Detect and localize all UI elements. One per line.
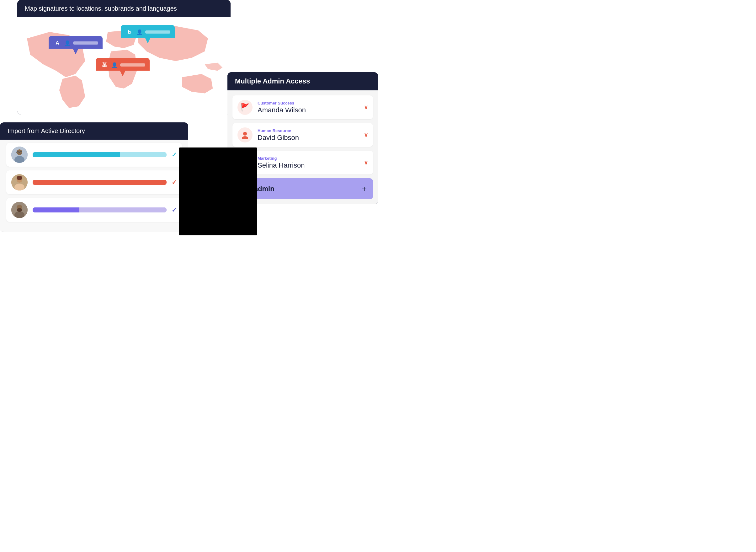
chevron-down-icon-amanda[interactable]: ∨	[364, 104, 368, 111]
admin-card-title: Multiple Admin Access	[227, 72, 378, 90]
import-row-3: ✓	[6, 198, 182, 222]
check-mark-2: ✓	[172, 178, 177, 186]
admin-dept-selina: Marketing	[257, 156, 359, 161]
import-card-title: Import from Active Directory	[0, 122, 188, 140]
map-card: Map signatures to locations, subbrands a…	[17, 0, 230, 115]
bubble-red-bar	[120, 63, 145, 66]
bubble-cyan-person-icon: 👤	[137, 29, 143, 35]
svg-point-15	[242, 136, 248, 139]
admin-row-amanda[interactable]: 🚩 Customer Success Amanda Wilson ∨	[232, 96, 373, 119]
avatar-woman1	[11, 174, 28, 190]
map-card-title: Map signatures to locations, subbrands a…	[17, 0, 230, 17]
bubble-red-letter: 葉	[100, 60, 109, 70]
admin-name-amanda: Amanda Wilson	[257, 106, 359, 114]
avatar-man1	[11, 147, 28, 163]
black-overlay	[179, 147, 257, 235]
man2-svg	[11, 202, 28, 218]
admin-dept-david: Human Resource	[257, 128, 359, 133]
bubble-cyan-letter: Ь	[125, 28, 134, 36]
chevron-down-icon-david[interactable]: ∨	[364, 132, 368, 138]
admin-text-david: Human Resource David Gibson	[257, 128, 359, 142]
admin-name-david: David Gibson	[257, 134, 359, 142]
check-mark-1: ✓	[172, 151, 177, 158]
svg-point-14	[243, 132, 247, 136]
bubble-blue-letter: A	[53, 39, 62, 47]
bar-cyan-rest	[120, 152, 167, 157]
import-row-2: ✓	[6, 170, 182, 194]
admin-text-selina: Marketing Selina Harrison	[257, 156, 359, 169]
bubble-cyan-bar	[145, 30, 170, 33]
import-bar-purple	[33, 208, 167, 213]
avatar-man2	[11, 202, 28, 218]
import-row-1: ✓	[6, 143, 182, 167]
map-card-body: A 👤 Ь 👤 葉 👤	[17, 17, 230, 115]
woman1-svg	[11, 174, 28, 190]
add-admin-plus-icon: +	[362, 184, 367, 193]
svg-point-9	[17, 176, 22, 180]
import-bar-red	[33, 180, 167, 185]
import-bar-cyan	[33, 152, 167, 157]
admin-dept-amanda: Customer Success	[257, 101, 359, 106]
bar-purple-rest	[79, 208, 167, 213]
check-mark-3: ✓	[172, 206, 177, 214]
bubble-blue-person-icon: 👤	[64, 40, 70, 46]
admin-name-selina: Selina Harrison	[257, 161, 359, 169]
bubble-red-person-icon: 👤	[111, 62, 118, 68]
person-svg-david	[241, 131, 249, 139]
chevron-down-icon-selina[interactable]: ∨	[364, 159, 368, 166]
import-card: Import from Active Directory ✓	[0, 122, 188, 232]
admin-row-david[interactable]: Human Resource David Gibson ∨	[232, 123, 373, 147]
import-card-body: ✓ ✓	[0, 140, 188, 232]
bar-cyan-fill	[33, 152, 120, 157]
bubble-blue-bar	[73, 41, 98, 44]
svg-point-13	[17, 208, 22, 212]
person-icon-david	[237, 127, 252, 142]
flag-icon-amanda: 🚩	[237, 100, 252, 115]
bar-purple-fill	[33, 208, 79, 213]
bar-red-fill	[33, 180, 167, 185]
man1-svg	[11, 147, 28, 163]
admin-text-amanda: Customer Success Amanda Wilson	[257, 101, 359, 114]
